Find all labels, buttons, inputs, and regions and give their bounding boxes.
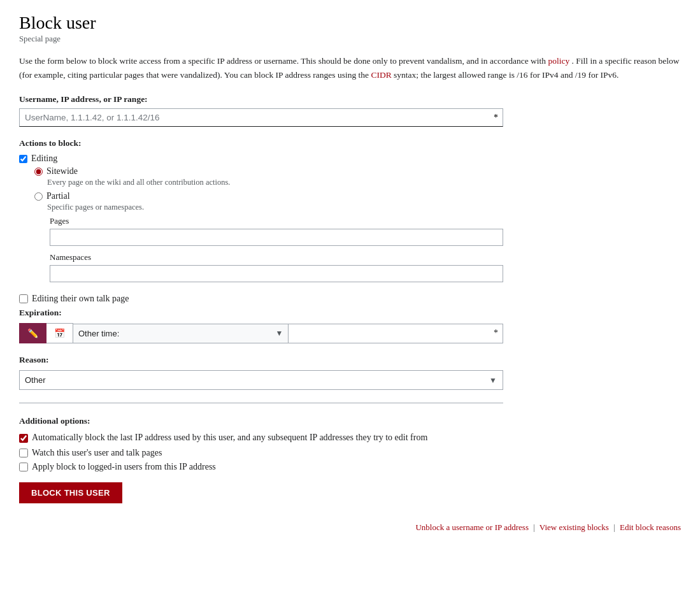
username-input[interactable] (19, 108, 503, 127)
intro-paragraph: Use the form below to block write access… (19, 54, 681, 82)
username-label: Username, IP address, or IP range: (19, 94, 503, 104)
block-user-button[interactable]: BLOCK THIS USER (19, 482, 122, 503)
auto-block-label[interactable]: Automatically block the last IP address … (32, 433, 427, 443)
partial-row: Partial (34, 191, 503, 201)
pencil-icon: ✏️ (27, 328, 38, 338)
apply-block-checkbox[interactable] (19, 463, 28, 471)
expiration-calendar-button[interactable]: 📅 (46, 323, 73, 343)
unblock-link[interactable]: Unblock a username or IP address (415, 522, 529, 532)
existing-blocks-link[interactable]: View existing blocks (539, 522, 609, 532)
reason-select-wrapper: Other Vandalism Spam Harassment Disrupti… (19, 370, 503, 390)
reason-select[interactable]: Other Vandalism Spam Harassment Disrupti… (19, 370, 503, 390)
reason-label: Reason: (19, 355, 503, 365)
intro-text1: Use the form below to block write access… (19, 56, 546, 66)
footer-links: Unblock a username or IP address | View … (19, 522, 681, 533)
partial-label[interactable]: Partial (46, 191, 70, 201)
pages-label: Pages (50, 216, 503, 226)
cidr-link[interactable]: CIDR (371, 70, 391, 80)
own-talk-row: Editing their own talk page (19, 294, 503, 304)
watch-row: Watch this user's user and talk pages (19, 448, 503, 458)
auto-block-row: Automatically block the last IP address … (19, 433, 503, 443)
watch-checkbox[interactable] (19, 449, 28, 457)
partial-desc: Specific pages or namespaces. (47, 203, 503, 212)
page-subtitle: Special page (19, 34, 681, 44)
radio-group: Sitewide Every page on the wiki and all … (34, 166, 503, 289)
footer-sep-2: | (613, 522, 615, 532)
expiration-select[interactable]: Other time: 1 hour 2 hours 1 day 3 days … (73, 324, 289, 343)
expiration-time-input[interactable] (289, 324, 504, 343)
apply-block-label[interactable]: Apply block to logged-in users from this… (32, 462, 216, 472)
sitewide-row: Sitewide (34, 166, 503, 176)
intro-text3: syntax; the largest allowed range is /16… (394, 70, 618, 80)
expiration-time-input-wrapper: * (289, 324, 504, 343)
expiration-label: Expiration: (19, 308, 503, 318)
pages-namespaces-section: Pages Namespaces (50, 216, 503, 289)
namespaces-label: Namespaces (50, 252, 503, 262)
exp-required-star: * (494, 328, 498, 338)
editing-label[interactable]: Editing (31, 154, 57, 164)
own-talk-label[interactable]: Editing their own talk page (32, 294, 129, 304)
namespaces-input[interactable] (50, 265, 503, 282)
pages-input[interactable] (50, 229, 503, 246)
edit-block-reasons-link[interactable]: Edit block reasons (620, 522, 681, 532)
own-talk-checkbox[interactable] (19, 294, 28, 303)
editing-checkbox[interactable] (19, 155, 27, 163)
sitewide-desc: Every page on the wiki and all other con… (47, 178, 503, 187)
expiration-select-wrapper: Other time: 1 hour 2 hours 1 day 3 days … (73, 324, 289, 343)
expiration-row: ✏️ 📅 Other time: 1 hour 2 hours 1 day 3 … (19, 323, 503, 343)
policy-link[interactable]: policy (548, 56, 569, 66)
required-star: * (494, 113, 498, 123)
auto-block-checkbox[interactable] (19, 434, 28, 443)
calendar-icon: 📅 (54, 328, 65, 338)
apply-block-row: Apply block to logged-in users from this… (19, 462, 503, 472)
actions-label: Actions to block: (19, 138, 503, 148)
partial-radio[interactable] (34, 192, 43, 201)
divider (19, 403, 503, 403)
page-title: Block user (19, 13, 681, 33)
username-input-wrapper: * (19, 108, 503, 127)
watch-label[interactable]: Watch this user's user and talk pages (32, 448, 162, 458)
editing-checkbox-row: Editing (19, 154, 503, 164)
expiration-section: Expiration: ✏️ 📅 Other time: 1 hour 2 ho… (19, 308, 503, 343)
expiration-pencil-button[interactable]: ✏️ (19, 323, 46, 343)
sitewide-radio[interactable] (34, 168, 43, 176)
additional-options-label: Additional options: (19, 416, 503, 426)
sitewide-label[interactable]: Sitewide (46, 166, 78, 176)
footer-sep-1: | (533, 522, 535, 532)
reason-section: Reason: Other Vandalism Spam Harassment … (19, 355, 503, 390)
